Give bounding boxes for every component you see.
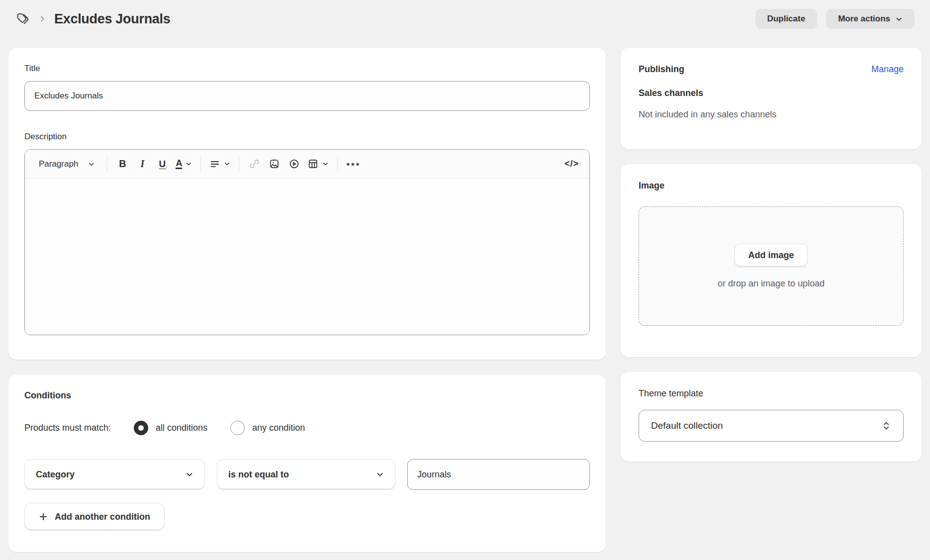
conditions-heading: Conditions (24, 390, 590, 401)
toolbar-divider (239, 157, 239, 172)
side-column: Publishing Manage Sales channels Not inc… (621, 48, 922, 462)
insert-image-button[interactable] (264, 154, 284, 174)
page-header: Excludes Journals Duplicate More actions (8, 0, 922, 38)
underline-button[interactable]: U (152, 154, 172, 174)
description-label: Description (24, 132, 590, 142)
duplicate-button[interactable]: Duplicate (755, 9, 818, 29)
chevron-down-icon (322, 161, 329, 167)
radio-label: any condition (252, 423, 305, 433)
collection-edit-page: Excludes Journals Duplicate More actions… (0, 0, 930, 552)
image-dropzone[interactable]: Add image or drop an image to upload (639, 206, 904, 326)
title-label: Title (24, 64, 590, 74)
chevron-down-icon (376, 470, 384, 478)
chevron-down-icon (224, 161, 230, 167)
publishing-heading: Publishing (639, 64, 684, 75)
drop-hint-text: or drop an image to upload (718, 279, 825, 289)
text-align-dropdown[interactable] (206, 154, 234, 174)
match-label: Products must match: (24, 423, 111, 433)
description-block: Description Paragraph B (24, 132, 590, 335)
chevron-down-icon (88, 161, 95, 168)
bold-button[interactable]: B (112, 154, 132, 174)
page-title: Excludes Journals (54, 11, 171, 27)
condition-operator-select[interactable]: is not equal to (217, 459, 395, 490)
radio-selected-icon[interactable] (134, 421, 148, 435)
bold-icon: B (119, 158, 126, 170)
more-dots-icon: ••• (346, 159, 361, 170)
insert-video-button[interactable] (284, 154, 304, 174)
underline-icon: U (159, 159, 166, 170)
toolbar-divider (200, 157, 201, 172)
content-columns: Title Description Paragraph (8, 48, 922, 552)
theme-template-label: Theme template (639, 388, 904, 399)
sales-channels-status: Not included in any sales channels (639, 109, 904, 120)
manage-link[interactable]: Manage (871, 64, 904, 75)
image-icon (269, 158, 280, 170)
link-icon (249, 158, 260, 170)
collections-tag-icon[interactable] (15, 11, 31, 27)
up-down-chevrons-icon (881, 420, 891, 431)
theme-template-card: Theme template Default collection (621, 372, 922, 462)
condition-value-input[interactable] (407, 459, 590, 490)
add-condition-button[interactable]: Add another condition (24, 503, 165, 531)
image-card: Image Add image or drop an image to uplo… (621, 164, 922, 357)
insert-table-dropdown[interactable] (304, 154, 332, 174)
chevron-down-icon (895, 15, 903, 23)
show-html-button[interactable]: </> (561, 154, 582, 174)
align-left-icon (209, 159, 220, 170)
toolbar-divider (337, 157, 338, 172)
condition-row: Category is not equal to (24, 459, 590, 490)
radio-label: all conditions (156, 423, 207, 433)
chevron-down-icon (186, 470, 193, 478)
more-actions-button[interactable]: More actions (826, 9, 915, 29)
image-heading: Image (639, 181, 904, 191)
italic-icon: I (140, 158, 144, 170)
description-editor: Paragraph B I (24, 149, 590, 335)
conditions-card: Conditions Products must match: all cond… (8, 374, 606, 552)
text-color-dropdown[interactable]: A (172, 154, 195, 174)
match-options-row: Products must match: all conditions any … (24, 421, 590, 435)
paragraph-style-dropdown[interactable]: Paragraph (32, 154, 102, 174)
publishing-card: Publishing Manage Sales channels Not inc… (621, 48, 922, 149)
theme-template-select[interactable]: Default collection (639, 410, 904, 442)
table-icon (307, 158, 319, 170)
video-play-icon (288, 158, 300, 170)
breadcrumb-chevron-icon (38, 15, 46, 23)
main-column: Title Description Paragraph (8, 48, 606, 552)
radio-unselected-icon[interactable] (230, 421, 245, 435)
header-actions: Duplicate More actions (755, 9, 915, 29)
toolbar-divider (107, 157, 107, 172)
details-card: Title Description Paragraph (8, 48, 606, 360)
text-color-icon: A (176, 159, 182, 170)
sales-channels-subheading: Sales channels (639, 88, 904, 98)
description-editor-content[interactable] (25, 179, 589, 335)
italic-button[interactable]: I (132, 154, 152, 174)
chevron-down-icon (186, 161, 192, 167)
editor-toolbar: Paragraph B I (25, 150, 589, 179)
radio-any-condition[interactable]: any condition (230, 421, 305, 435)
add-image-button[interactable]: Add image (735, 244, 807, 267)
more-formatting-button[interactable]: ••• (343, 154, 364, 174)
code-icon: </> (564, 159, 579, 169)
condition-field-select[interactable]: Category (24, 459, 205, 490)
radio-all-conditions[interactable]: all conditions (134, 421, 207, 435)
plus-icon (39, 512, 48, 521)
title-input[interactable] (24, 81, 590, 111)
insert-link-button[interactable] (244, 154, 264, 174)
